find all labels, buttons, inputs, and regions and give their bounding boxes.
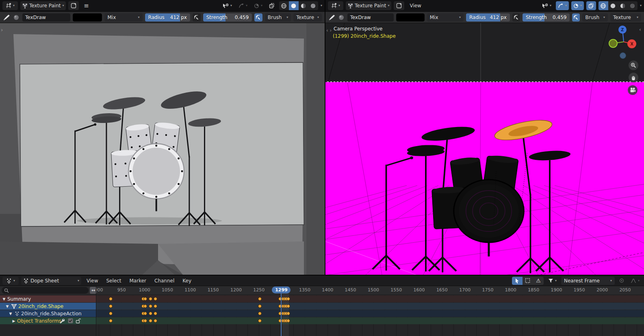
wrench-icon[interactable]	[59, 318, 65, 323]
image-button[interactable]	[394, 1, 404, 10]
ruler-tick[interactable]: 1950	[571, 287, 588, 293]
brush-color-swatch[interactable]	[396, 13, 425, 22]
ruler-tick[interactable]: 1150	[205, 287, 221, 293]
ruler-tick[interactable]: 1850	[525, 287, 542, 293]
keyframe[interactable]	[149, 304, 152, 308]
brush-name-field[interactable]: TexDraw	[347, 13, 394, 22]
shading-rendered-button[interactable]	[308, 1, 318, 10]
keyframe[interactable]	[149, 319, 152, 323]
channel-track[interactable]	[96, 303, 644, 310]
channel-row[interactable]: ▼20inch_ride.ShapeAction	[0, 310, 96, 317]
blend-mode-select[interactable]: Mix▾	[104, 13, 142, 22]
ruler-tick[interactable]: 1900	[549, 287, 565, 293]
texture-panel-dropdown[interactable]: Texture▾	[610, 13, 641, 22]
snap-mode-select[interactable]: Nearest Frame ▾	[561, 277, 615, 285]
keyframe[interactable]	[109, 319, 113, 323]
mode-selector[interactable]: Texture Paint ▾	[20, 1, 66, 10]
texture-panel-dropdown[interactable]: Texture▾	[293, 13, 322, 22]
shading-rendered-button[interactable]	[628, 1, 637, 10]
expand-arrow[interactable]: ▶	[11, 319, 16, 323]
snap-falloff-button[interactable]: ▾	[556, 1, 569, 10]
left-viewport-scene[interactable]	[0, 23, 325, 275]
strength-slider[interactable]: Strength0.459	[523, 13, 570, 22]
falloff-curve-button[interactable]: ▾	[629, 276, 642, 285]
channel-track[interactable]	[96, 295, 644, 302]
channel-row[interactable]: ▼20inch_ride.Shape	[0, 303, 96, 310]
ruler-tick[interactable]: 1200	[228, 287, 244, 293]
channel-track[interactable]	[96, 310, 644, 317]
xray-button[interactable]	[267, 1, 277, 10]
keyframe[interactable]	[258, 312, 262, 315]
brush-color-swatch[interactable]	[73, 13, 102, 22]
ruler-tick[interactable]: 1400	[319, 287, 336, 293]
dope-sheet-mode-select[interactable]: Dope Sheet ▾	[21, 277, 81, 285]
editor-type-button[interactable]: ▾	[2, 1, 18, 10]
keyframe[interactable]	[109, 312, 113, 315]
region-corner-arrows[interactable]: ‹ ›	[326, 28, 332, 33]
menu-marker[interactable]: Marker	[127, 278, 149, 284]
menu-channel[interactable]: Channel	[152, 278, 177, 284]
brush-preview-button[interactable]	[338, 13, 345, 22]
shading-wireframe-button[interactable]	[279, 1, 289, 10]
proportional-edit-button[interactable]: ▾	[252, 1, 265, 10]
collapse-arrow[interactable]: ▼	[8, 312, 13, 316]
mask-visibility-button[interactable]: ▾	[221, 1, 234, 10]
editor-type-button[interactable]: ▾	[2, 277, 19, 285]
ruler-tick[interactable]: 1750	[480, 287, 496, 293]
view-menu[interactable]: View	[407, 3, 424, 9]
channel-row[interactable]: ▼Summary	[0, 295, 96, 302]
mask-visibility-button[interactable]: ▾	[540, 1, 553, 10]
ruler-tick[interactable]: 1100	[182, 287, 198, 293]
ruler-tick[interactable]: 950	[113, 287, 130, 293]
keyframe[interactable]	[258, 297, 262, 301]
radius-pressure-toggle[interactable]	[512, 13, 520, 22]
ruler-tick[interactable]: 1550	[388, 287, 404, 293]
ruler-tick[interactable]: 2000	[594, 287, 610, 293]
ruler-tick[interactable]: 2050	[617, 287, 633, 293]
shading-material-button[interactable]	[618, 1, 628, 10]
box-select-tool-button[interactable]	[523, 277, 533, 285]
keyframe[interactable]	[286, 297, 290, 301]
gizmo-y-axis[interactable]	[620, 52, 626, 59]
warning-filter-button[interactable]: ⚠	[533, 277, 544, 285]
ruler-tick[interactable]: 1700	[457, 287, 473, 293]
brush-panel-dropdown[interactable]: Brush▾	[265, 13, 291, 22]
pan-button[interactable]	[629, 73, 638, 82]
ruler-tick[interactable]: 1450	[343, 287, 359, 293]
ruler-tick[interactable]: 1250	[251, 287, 267, 293]
strength-slider[interactable]: Strength0.459	[203, 13, 252, 22]
keyframe[interactable]	[286, 312, 290, 315]
ruler-tick[interactable]: 1600	[411, 287, 427, 293]
gizmo-x-axis[interactable]: X	[627, 39, 636, 48]
gizmo-z-axis[interactable]: Z	[618, 26, 627, 34]
zoom-button[interactable]	[629, 60, 638, 70]
ruler-tick[interactable]: 1000	[137, 287, 153, 293]
keyframe[interactable]	[109, 297, 113, 301]
menu-key[interactable]: Key	[180, 278, 194, 284]
channel-search-box[interactable]	[2, 287, 89, 294]
snap-falloff-button[interactable]: ▾	[236, 1, 249, 10]
ruler-tick[interactable]: 1350	[297, 287, 313, 293]
keyframe[interactable]	[286, 319, 290, 323]
strength-pressure-toggle[interactable]	[254, 13, 262, 22]
collapsed-menus-button[interactable]: ≡	[81, 1, 91, 10]
keyframe[interactable]	[109, 304, 113, 308]
xray-button[interactable]	[586, 1, 596, 10]
image-button[interactable]	[68, 1, 79, 10]
radius-pressure-toggle[interactable]	[193, 13, 201, 22]
filter-button[interactable]: ▾	[546, 276, 559, 285]
radius-slider[interactable]: Radius412 px	[466, 13, 510, 22]
ruler-tick[interactable]: 1050	[159, 287, 176, 293]
blend-mode-select[interactable]: Mix▾	[427, 13, 464, 22]
shading-wireframe-button[interactable]	[598, 1, 608, 10]
ruler-tick[interactable]: 1650	[434, 287, 450, 293]
keyframe[interactable]	[258, 304, 262, 308]
playhead-line[interactable]	[281, 293, 282, 336]
tweak-tool-button[interactable]	[512, 277, 523, 285]
collapse-arrow[interactable]: ▼	[2, 297, 7, 301]
shading-solid-button[interactable]	[608, 1, 618, 10]
strength-pressure-toggle[interactable]	[572, 13, 580, 22]
mode-selector[interactable]: Texture Paint ▾	[346, 1, 391, 10]
channel-resize-button[interactable]: ↔	[90, 287, 97, 294]
brush-preview-button[interactable]	[13, 13, 20, 22]
